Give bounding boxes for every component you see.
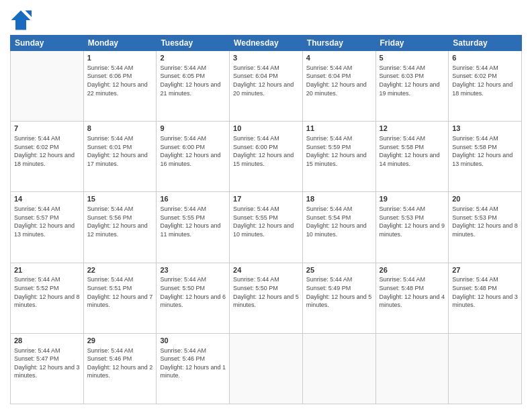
calendar-cell: 4Sunrise: 5:44 AMSunset: 6:04 PMDaylight… (302, 51, 375, 122)
day-number: 18 (306, 194, 372, 204)
day-info: Sunrise: 5:44 AMSunset: 6:02 PMDaylight:… (452, 64, 518, 97)
calendar-cell: 6Sunrise: 5:44 AMSunset: 6:02 PMDaylight… (449, 51, 522, 122)
calendar-cell: 8Sunrise: 5:44 AMSunset: 6:01 PMDaylight… (83, 122, 157, 192)
day-number: 19 (380, 194, 445, 204)
calendar-cell: 10Sunrise: 5:44 AMSunset: 6:00 PMDayligh… (230, 122, 303, 192)
day-number: 6 (452, 53, 518, 63)
day-info: Sunrise: 5:44 AMSunset: 6:02 PMDaylight:… (14, 134, 80, 168)
calendar-cell: 3Sunrise: 5:44 AMSunset: 6:04 PMDaylight… (230, 51, 303, 122)
calendar-cell: 26Sunrise: 5:44 AMSunset: 5:48 PMDayligh… (375, 263, 449, 333)
calendar-header-row: SundayMondayTuesdayWednesdayThursdayFrid… (11, 36, 522, 51)
calendar-cell: 25Sunrise: 5:44 AMSunset: 5:49 PMDayligh… (302, 263, 375, 333)
day-number: 21 (14, 265, 80, 275)
calendar-cell: 24Sunrise: 5:44 AMSunset: 5:50 PMDayligh… (230, 263, 303, 333)
calendar-cell: 20Sunrise: 5:44 AMSunset: 5:53 PMDayligh… (449, 192, 522, 263)
day-number: 7 (14, 124, 80, 134)
day-info: Sunrise: 5:44 AMSunset: 5:59 PMDaylight:… (306, 134, 372, 168)
day-info: Sunrise: 5:44 AMSunset: 5:46 PMDaylight:… (160, 347, 226, 380)
calendar-cell (302, 333, 375, 404)
calendar-table: SundayMondayTuesdayWednesdayThursdayFrid… (10, 35, 522, 404)
day-number: 9 (160, 124, 226, 134)
logo (10, 9, 34, 31)
day-info: Sunrise: 5:44 AMSunset: 5:51 PMDaylight:… (87, 275, 153, 309)
day-info: Sunrise: 5:44 AMSunset: 5:52 PMDaylight:… (14, 275, 80, 309)
day-number: 13 (452, 124, 518, 134)
calendar-week-row: 14Sunrise: 5:44 AMSunset: 5:57 PMDayligh… (11, 192, 522, 263)
day-info: Sunrise: 5:44 AMSunset: 5:50 PMDaylight:… (233, 275, 299, 309)
calendar-cell: 14Sunrise: 5:44 AMSunset: 5:57 PMDayligh… (11, 192, 84, 263)
calendar-cell: 15Sunrise: 5:44 AMSunset: 5:56 PMDayligh… (83, 192, 157, 263)
calendar-cell: 21Sunrise: 5:44 AMSunset: 5:52 PMDayligh… (11, 263, 84, 333)
header (10, 7, 522, 31)
day-number: 29 (87, 336, 153, 346)
calendar-cell: 11Sunrise: 5:44 AMSunset: 5:59 PMDayligh… (302, 122, 375, 192)
day-info: Sunrise: 5:44 AMSunset: 5:58 PMDaylight:… (380, 134, 445, 168)
day-number: 28 (14, 336, 80, 346)
day-info: Sunrise: 5:44 AMSunset: 5:57 PMDaylight:… (14, 205, 80, 238)
day-info: Sunrise: 5:44 AMSunset: 5:55 PMDaylight:… (160, 205, 226, 238)
day-info: Sunrise: 5:44 AMSunset: 6:04 PMDaylight:… (306, 64, 372, 97)
page: SundayMondayTuesdayWednesdayThursdayFrid… (0, 0, 532, 411)
calendar-weekday: Sunday (11, 36, 84, 51)
calendar-cell: 27Sunrise: 5:44 AMSunset: 5:48 PMDayligh… (449, 263, 522, 333)
day-number: 3 (233, 53, 299, 63)
calendar-cell: 28Sunrise: 5:44 AMSunset: 5:47 PMDayligh… (11, 333, 84, 404)
calendar-cell: 18Sunrise: 5:44 AMSunset: 5:54 PMDayligh… (302, 192, 375, 263)
day-number: 20 (452, 194, 518, 204)
calendar-week-row: 7Sunrise: 5:44 AMSunset: 6:02 PMDaylight… (11, 122, 522, 192)
day-info: Sunrise: 5:44 AMSunset: 5:55 PMDaylight:… (233, 205, 299, 238)
calendar-weekday: Friday (375, 36, 449, 51)
day-info: Sunrise: 5:44 AMSunset: 5:48 PMDaylight:… (452, 275, 518, 309)
day-number: 4 (306, 53, 372, 63)
day-number: 24 (233, 265, 299, 275)
calendar-cell: 5Sunrise: 5:44 AMSunset: 6:03 PMDaylight… (375, 51, 449, 122)
calendar-cell (375, 333, 449, 404)
day-number: 30 (160, 336, 226, 346)
calendar-cell (11, 51, 84, 122)
day-info: Sunrise: 5:44 AMSunset: 5:47 PMDaylight:… (14, 347, 80, 380)
day-info: Sunrise: 5:44 AMSunset: 5:53 PMDaylight:… (380, 205, 445, 238)
day-number: 1 (87, 53, 153, 63)
calendar-week-row: 1Sunrise: 5:44 AMSunset: 6:06 PMDaylight… (11, 51, 522, 122)
logo-icon (10, 9, 32, 31)
day-info: Sunrise: 5:44 AMSunset: 5:53 PMDaylight:… (452, 205, 518, 238)
day-number: 23 (160, 265, 226, 275)
calendar-cell: 29Sunrise: 5:44 AMSunset: 5:46 PMDayligh… (83, 333, 157, 404)
day-number: 27 (452, 265, 518, 275)
calendar-weekday: Thursday (302, 36, 375, 51)
calendar-cell: 13Sunrise: 5:44 AMSunset: 5:58 PMDayligh… (449, 122, 522, 192)
day-info: Sunrise: 5:44 AMSunset: 5:48 PMDaylight:… (380, 275, 445, 309)
calendar-weekday: Wednesday (230, 36, 303, 51)
day-number: 15 (87, 194, 153, 204)
calendar-cell (230, 333, 303, 404)
calendar-cell: 16Sunrise: 5:44 AMSunset: 5:55 PMDayligh… (157, 192, 230, 263)
day-info: Sunrise: 5:44 AMSunset: 6:01 PMDaylight:… (87, 134, 153, 168)
day-number: 11 (306, 124, 372, 134)
day-number: 14 (14, 194, 80, 204)
calendar-cell: 23Sunrise: 5:44 AMSunset: 5:50 PMDayligh… (157, 263, 230, 333)
day-info: Sunrise: 5:44 AMSunset: 6:04 PMDaylight:… (233, 64, 299, 97)
day-number: 5 (380, 53, 445, 63)
day-info: Sunrise: 5:44 AMSunset: 6:00 PMDaylight:… (233, 134, 299, 168)
calendar-cell: 7Sunrise: 5:44 AMSunset: 6:02 PMDaylight… (11, 122, 84, 192)
day-info: Sunrise: 5:44 AMSunset: 5:54 PMDaylight:… (306, 205, 372, 238)
day-info: Sunrise: 5:44 AMSunset: 6:00 PMDaylight:… (160, 134, 226, 168)
day-number: 10 (233, 124, 299, 134)
calendar-cell: 17Sunrise: 5:44 AMSunset: 5:55 PMDayligh… (230, 192, 303, 263)
day-number: 17 (233, 194, 299, 204)
day-info: Sunrise: 5:44 AMSunset: 6:03 PMDaylight:… (380, 64, 445, 97)
day-info: Sunrise: 5:44 AMSunset: 5:46 PMDaylight:… (87, 347, 153, 380)
day-info: Sunrise: 5:44 AMSunset: 5:49 PMDaylight:… (306, 275, 372, 309)
calendar-weekday: Monday (83, 36, 157, 51)
day-number: 8 (87, 124, 153, 134)
day-info: Sunrise: 5:44 AMSunset: 5:58 PMDaylight:… (452, 134, 518, 168)
day-number: 2 (160, 53, 226, 63)
calendar-cell (449, 333, 522, 404)
calendar-cell: 22Sunrise: 5:44 AMSunset: 5:51 PMDayligh… (83, 263, 157, 333)
calendar-week-row: 21Sunrise: 5:44 AMSunset: 5:52 PMDayligh… (11, 263, 522, 333)
day-info: Sunrise: 5:44 AMSunset: 5:50 PMDaylight:… (160, 275, 226, 309)
day-info: Sunrise: 5:44 AMSunset: 5:56 PMDaylight:… (87, 205, 153, 238)
calendar-cell: 12Sunrise: 5:44 AMSunset: 5:58 PMDayligh… (375, 122, 449, 192)
day-number: 26 (380, 265, 445, 275)
calendar-weekday: Tuesday (157, 36, 230, 51)
